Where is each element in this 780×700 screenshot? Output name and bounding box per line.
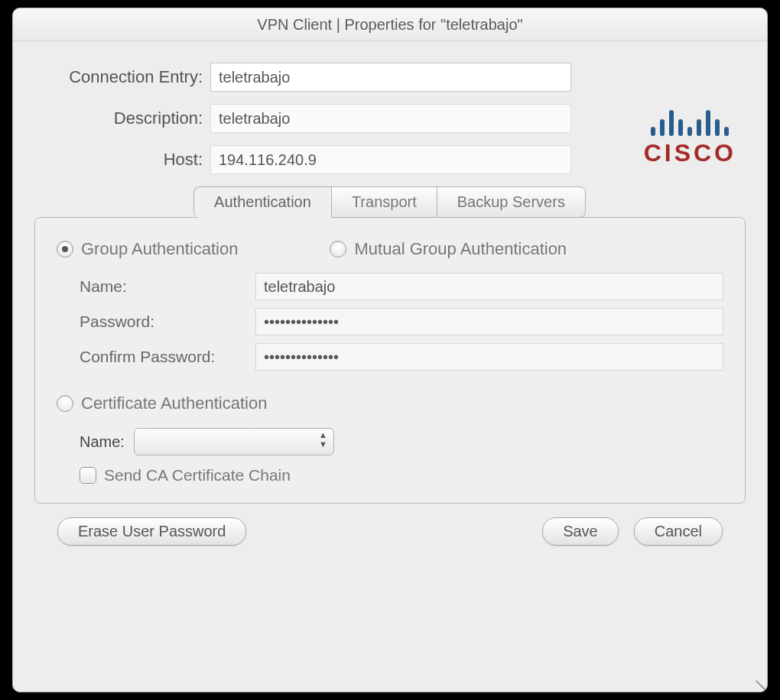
tab-strip: Authentication Transport Backup Servers [34, 186, 746, 218]
erase-user-password-button[interactable]: Erase User Password [57, 517, 246, 546]
cert-name-select[interactable]: ▲▼ [134, 428, 334, 455]
radio-mutual-auth-label: Mutual Group Authentication [354, 239, 567, 259]
save-button[interactable]: Save [542, 517, 619, 546]
description-input[interactable]: teletrabajo [210, 104, 571, 133]
tab-backup-servers[interactable]: Backup Servers [437, 186, 586, 218]
cisco-bars-icon [644, 102, 736, 136]
checkbox-box-icon [80, 467, 96, 484]
host-input[interactable]: 194.116.240.9 [210, 145, 571, 174]
resize-handle-icon[interactable] [751, 676, 766, 691]
select-arrows-icon: ▲▼ [319, 431, 327, 448]
radio-group-authentication[interactable]: Group Authentication [57, 239, 238, 259]
radio-mutual-group-authentication[interactable]: Mutual Group Authentication [330, 239, 567, 259]
connection-entry-input[interactable] [210, 63, 571, 92]
checkbox-send-ca-chain[interactable]: Send CA Certificate Chain [80, 466, 291, 484]
radio-dot-icon [330, 241, 346, 258]
group-password-input[interactable]: •••••••••••••• [255, 308, 723, 335]
dialog-window: VPN Client | Properties for "teletrabajo… [12, 8, 768, 692]
host-label: Host: [34, 150, 210, 170]
group-name-input[interactable]: teletrabajo [255, 273, 723, 300]
group-confirm-password-input[interactable]: •••••••••••••• [255, 343, 723, 371]
radio-dot-icon [57, 241, 73, 258]
group-confirm-password-label: Confirm Password: [80, 348, 255, 366]
cancel-button[interactable]: Cancel [634, 517, 723, 546]
tab-panel-authentication: Group Authentication Mutual Group Authen… [34, 217, 746, 504]
group-name-label: Name: [80, 277, 255, 296]
radio-cert-auth-label: Certificate Authentication [81, 394, 267, 413]
description-label: Description: [34, 109, 210, 128]
radio-certificate-authentication[interactable]: Certificate Authentication [57, 394, 267, 413]
checkbox-send-ca-chain-label: Send CA Certificate Chain [104, 466, 291, 484]
radio-group-auth-label: Group Authentication [81, 239, 238, 259]
cisco-logo: CISCO [644, 102, 736, 167]
tab-authentication[interactable]: Authentication [193, 186, 332, 218]
window-title: VPN Client | Properties for "teletrabajo… [13, 8, 767, 41]
connection-entry-label: Connection Entry: [34, 67, 210, 87]
cisco-wordmark: CISCO [644, 139, 736, 167]
tab-transport[interactable]: Transport [331, 186, 437, 218]
group-password-label: Password: [80, 313, 255, 331]
radio-dot-icon [57, 395, 73, 412]
cert-name-label: Name: [80, 433, 125, 451]
